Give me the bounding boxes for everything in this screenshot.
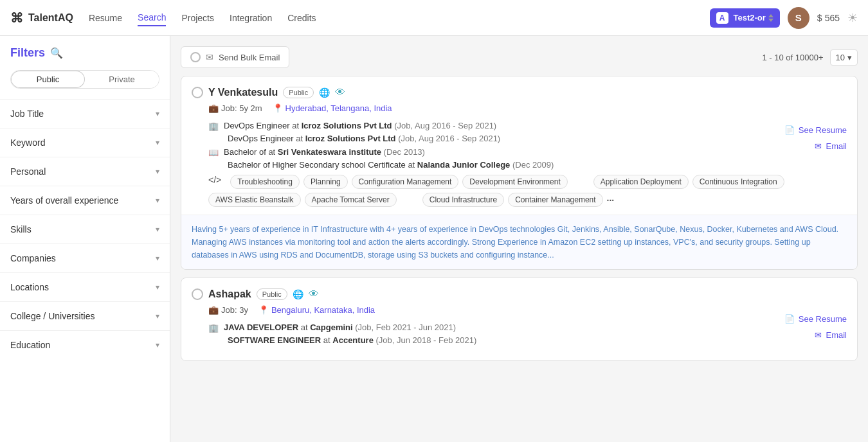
education-item: 📖 Bachelor of at Sri Venkateswara instit… (208, 147, 784, 157)
logo: ⌘ TalentAQ (10, 10, 73, 26)
tab-private[interactable]: Private (85, 71, 159, 88)
arrow-up-icon (768, 14, 773, 17)
view-profile-icon[interactable]: 👁 (309, 288, 319, 300)
experience-item: 🏢 DevOps Engineer at Icroz Solutions Pvt… (208, 121, 784, 131)
filter-personal[interactable]: Personal ▾ (0, 157, 170, 186)
bulk-email-label: Send Bulk Email (219, 53, 280, 62)
workspace-icon: A (716, 12, 728, 24)
edu-at: at (268, 147, 277, 157)
tab-public[interactable]: Public (11, 71, 85, 88)
chevron-down-icon: ▾ (156, 225, 159, 234)
code-icon: </> (208, 175, 221, 189)
nav-search[interactable]: Search (138, 10, 166, 26)
skill-tag: Continuous Integration (692, 175, 784, 189)
per-page-value: 10 (836, 53, 845, 62)
globe-icon: 🌐 (293, 289, 303, 299)
candidate-select-checkbox[interactable] (192, 288, 203, 300)
user-avatar[interactable]: S (788, 7, 809, 29)
filter-companies[interactable]: Companies ▾ (0, 243, 170, 272)
workspace-selector[interactable]: A Test2-or (710, 8, 780, 28)
skill-tag: Troubleshooting (230, 175, 300, 189)
location-pin-icon: 📍 (273, 103, 283, 113)
building-icon: 🏢 (208, 121, 219, 131)
filter-education[interactable]: Education ▾ (0, 330, 170, 359)
exp-text: SOFTWARE ENGINEER at Accenture (Job, Jun… (228, 335, 476, 345)
email-button[interactable]: ✉ Email (815, 330, 847, 340)
chevron-down-icon: ▾ (156, 167, 159, 176)
job-at: at (292, 121, 301, 130)
see-resume-button[interactable]: 📄 See Resume (784, 125, 847, 135)
candidate-summary: Having 5+ years of experience in IT Infr… (181, 215, 857, 269)
company-name: Accenture (332, 335, 374, 345)
chevron-down-icon: ▾ (847, 53, 852, 62)
card-meta: 💼 Job: 3y 📍 Bengaluru, Karnataka, India (192, 305, 784, 315)
nav-projects[interactable]: Projects (181, 10, 214, 26)
filter-job-title-label: Job Title (10, 109, 44, 119)
book-icon: 📖 (208, 148, 219, 157)
see-resume-button[interactable]: 📄 See Resume (784, 314, 847, 324)
exp-text: JAVA DEVELOPER at Capgemini (Job, Feb 20… (224, 323, 456, 332)
main-toolbar: ✉ Send Bulk Email 1 - 10 of 10000+ 10 ▾ (181, 46, 858, 68)
job-duration-text: Job: 5y 2m (221, 103, 262, 113)
company-name: Icroz Solutions Pvt Ltd (302, 121, 392, 130)
email-label: Email (826, 330, 847, 340)
nav-resume[interactable]: Resume (89, 10, 122, 26)
navbar: ⌘ TalentAQ Resume Search Projects Integr… (0, 0, 868, 36)
candidate-name: Ashapak (208, 288, 251, 300)
see-resume-label: See Resume (799, 125, 847, 135)
email-icon: ✉ (815, 141, 822, 151)
job-at: at (301, 323, 310, 332)
filter-locations-label: Locations (10, 282, 49, 292)
skill-tag: Application Deployment (593, 175, 689, 189)
nav-credits[interactable]: Credits (287, 10, 316, 26)
bulk-select-checkbox[interactable] (190, 52, 201, 62)
chevron-down-icon: ▾ (156, 283, 159, 292)
filter-companies-label: Companies (10, 253, 56, 263)
filter-search-icon[interactable]: 🔍 (50, 47, 63, 59)
card-actions: 📄 See Resume ✉ Email (784, 87, 847, 151)
location-pin-icon: 📍 (258, 305, 269, 315)
per-page-select[interactable]: 10 ▾ (830, 49, 858, 66)
location-text: Bengaluru, Karnataka, India (271, 305, 375, 315)
filter-keyword[interactable]: Keyword ▾ (0, 128, 170, 157)
sidebar: Filters 🔍 Public Private Job Title ▾ Key… (0, 36, 170, 442)
chevron-down-icon: ▾ (156, 196, 159, 205)
filter-experience-years[interactable]: Years of overall experience ▾ (0, 186, 170, 215)
view-profile-icon[interactable]: 👁 (335, 87, 345, 98)
job-at: at (296, 134, 305, 143)
nav-integration[interactable]: Integration (230, 10, 272, 26)
edu-text: Bachelor of at Sri Venkateswara institut… (224, 147, 425, 157)
chevron-down-icon: ▾ (156, 109, 159, 118)
theme-toggle[interactable]: ☀ (847, 11, 858, 25)
filters-title: Filters (10, 46, 45, 60)
more-skills-indicator[interactable]: ... (607, 193, 615, 207)
card-experience: 🏢 JAVA DEVELOPER at Capgemini (Job, Feb … (192, 323, 784, 345)
sidebar-header: Filters 🔍 (0, 46, 170, 70)
email-label: Email (826, 141, 847, 151)
experience-item: SOFTWARE ENGINEER at Accenture (Job, Jun… (208, 335, 784, 345)
job-duration: 💼 Job: 5y 2m (208, 103, 262, 113)
main-layout: Filters 🔍 Public Private Job Title ▾ Key… (0, 36, 868, 442)
experience-item: DevOps Engineer at Icroz Solutions Pvt L… (208, 134, 784, 143)
email-icon: ✉ (206, 52, 213, 62)
card-meta: 💼 Job: 5y 2m 📍 Hyderabad, Telangana, Ind… (192, 103, 784, 113)
workspace-name: Test2-or (734, 13, 766, 22)
filter-education-label: Education (10, 340, 50, 350)
filter-locations[interactable]: Locations ▾ (0, 272, 170, 301)
document-icon: 📄 (784, 314, 795, 324)
briefcase-icon: 💼 (208, 305, 219, 315)
filter-job-title[interactable]: Job Title ▾ (0, 99, 170, 128)
email-button[interactable]: ✉ Email (815, 141, 847, 151)
skill-tag: AWS Elastic Beanstalk (208, 193, 301, 207)
see-resume-label: See Resume (799, 314, 847, 324)
edu-date: (Dec 2013) (384, 147, 425, 157)
credits-icon: $ (817, 13, 822, 23)
filter-college-universities[interactable]: College / Universities ▾ (0, 301, 170, 330)
job-duration: 💼 Job: 3y (208, 305, 248, 315)
job-title: JAVA DEVELOPER (224, 323, 298, 332)
job-date: (Job, Feb 2021 - Jun 2021) (355, 323, 456, 332)
send-bulk-email-button[interactable]: ✉ Send Bulk Email (181, 46, 289, 68)
workspace-arrows[interactable] (768, 14, 773, 22)
filter-skills[interactable]: Skills ▾ (0, 215, 170, 243)
candidate-select-checkbox[interactable] (192, 87, 203, 98)
